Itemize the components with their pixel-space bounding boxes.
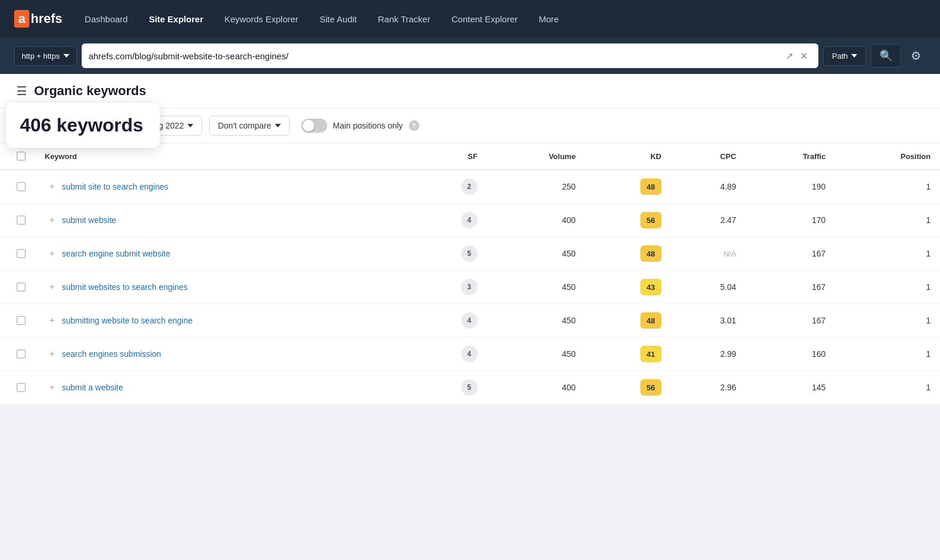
row-checkbox[interactable] bbox=[16, 215, 26, 225]
row-checkbox[interactable] bbox=[16, 383, 26, 392]
volume-value: 250 bbox=[562, 182, 576, 191]
table-row: + search engine submit website 5 450 48 … bbox=[0, 237, 940, 271]
search-icon: 🔍 bbox=[879, 50, 892, 62]
row-cpc-cell: 3.01 bbox=[671, 304, 746, 338]
col-sf[interactable]: SF bbox=[411, 143, 487, 170]
table-row: + submit a website 5 400 56 2.96 145 1 bbox=[0, 371, 940, 404]
row-checkbox[interactable] bbox=[16, 282, 26, 292]
row-checkbox-cell bbox=[0, 338, 35, 371]
position-value: 1 bbox=[926, 249, 931, 258]
nav-rank-tracker[interactable]: Rank Tracker bbox=[370, 9, 438, 29]
col-traffic[interactable]: Traffic bbox=[746, 143, 835, 170]
volume-value: 400 bbox=[562, 383, 576, 392]
nav-content-explorer[interactable]: Content Explorer bbox=[443, 9, 526, 29]
row-position-cell: 1 bbox=[835, 170, 940, 204]
nav-site-audit[interactable]: Site Audit bbox=[311, 9, 365, 29]
col-volume[interactable]: Volume bbox=[487, 143, 585, 170]
cpc-value: 4.89 bbox=[720, 182, 736, 191]
url-bar: http + https ↗ ✕ Path 🔍 ⚙ bbox=[0, 38, 940, 74]
row-traffic-cell: 160 bbox=[746, 338, 835, 371]
top-nav: a hrefs Dashboard Site Explorer Keywords… bbox=[0, 0, 940, 38]
row-position-cell: 1 bbox=[835, 271, 940, 304]
main-content: ☰ Organic keywords 406 keywords Aug 2022… bbox=[0, 74, 940, 404]
row-keyword-cell: + submit site to search engines bbox=[35, 170, 411, 204]
keyword-link[interactable]: submit websites to search engines bbox=[62, 282, 187, 292]
row-kd-cell: 48 bbox=[585, 237, 671, 271]
search-button[interactable]: 🔍 bbox=[871, 44, 901, 68]
logo[interactable]: a hrefs bbox=[14, 10, 62, 28]
add-keyword-icon[interactable]: + bbox=[45, 349, 59, 359]
protocol-dropdown[interactable]: http + https bbox=[14, 46, 77, 66]
select-all-checkbox[interactable] bbox=[16, 151, 26, 161]
traffic-value: 167 bbox=[812, 316, 825, 325]
keyword-link[interactable]: submit a website bbox=[62, 383, 123, 392]
row-checkbox[interactable] bbox=[16, 182, 26, 191]
col-position[interactable]: Position bbox=[835, 143, 940, 170]
table-row: + submit website 4 400 56 2.47 170 1 bbox=[0, 204, 940, 237]
table-row: + submit site to search engines 2 250 48… bbox=[0, 170, 940, 204]
position-value: 1 bbox=[926, 383, 931, 392]
table-row: + submitting website to search engine 4 … bbox=[0, 304, 940, 338]
keywords-table-wrap: Keyword SF Volume KD CPC Traffic Positio… bbox=[0, 143, 940, 404]
position-value: 1 bbox=[926, 349, 931, 359]
position-value: 1 bbox=[926, 182, 931, 191]
nav-site-explorer[interactable]: Site Explorer bbox=[140, 9, 212, 29]
row-cpc-cell: 2.99 bbox=[671, 338, 746, 371]
compare-dropdown[interactable]: Don't compare bbox=[209, 116, 290, 136]
row-traffic-cell: 167 bbox=[746, 271, 835, 304]
nav-dashboard[interactable]: Dashboard bbox=[76, 9, 136, 29]
cpc-value: 5.04 bbox=[720, 282, 736, 292]
row-checkbox[interactable] bbox=[16, 249, 26, 258]
main-positions-toggle[interactable] bbox=[301, 119, 327, 133]
row-volume-cell: 450 bbox=[487, 271, 585, 304]
kd-badge: 43 bbox=[640, 279, 662, 295]
nav-keywords-explorer[interactable]: Keywords Explorer bbox=[216, 9, 307, 29]
help-icon[interactable]: ? bbox=[409, 120, 419, 131]
row-position-cell: 1 bbox=[835, 304, 940, 338]
col-cpc[interactable]: CPC bbox=[671, 143, 746, 170]
kd-badge: 48 bbox=[640, 312, 662, 329]
col-kd[interactable]: KD bbox=[585, 143, 671, 170]
logo-hrefs-text: hrefs bbox=[31, 11, 62, 26]
add-keyword-icon[interactable]: + bbox=[45, 181, 59, 191]
row-position-cell: 1 bbox=[835, 237, 940, 271]
row-volume-cell: 450 bbox=[487, 338, 585, 371]
logo-a-letter: a bbox=[14, 10, 29, 28]
add-keyword-icon[interactable]: + bbox=[45, 315, 59, 325]
row-kd-cell: 48 bbox=[585, 304, 671, 338]
keyword-link[interactable]: submit site to search engines bbox=[62, 182, 168, 191]
volume-value: 450 bbox=[562, 282, 576, 292]
kd-badge: 41 bbox=[640, 346, 662, 362]
add-keyword-icon[interactable]: + bbox=[45, 382, 59, 392]
hamburger-icon[interactable]: ☰ bbox=[16, 84, 27, 98]
add-keyword-icon[interactable]: + bbox=[45, 215, 59, 225]
keyword-link[interactable]: submit website bbox=[62, 215, 116, 225]
add-keyword-icon[interactable]: + bbox=[45, 248, 59, 258]
settings-button[interactable]: ⚙ bbox=[906, 44, 926, 68]
cpc-na: N/A bbox=[723, 249, 736, 258]
traffic-value: 167 bbox=[812, 282, 825, 292]
nav-more[interactable]: More bbox=[531, 9, 567, 29]
keywords-table: Keyword SF Volume KD CPC Traffic Positio… bbox=[0, 143, 940, 404]
row-volume-cell: 450 bbox=[487, 237, 585, 271]
row-checkbox-cell bbox=[0, 204, 35, 237]
row-sf-cell: 5 bbox=[411, 237, 487, 271]
row-traffic-cell: 145 bbox=[746, 371, 835, 404]
path-button[interactable]: Path bbox=[823, 46, 866, 66]
row-volume-cell: 400 bbox=[487, 204, 585, 237]
add-keyword-icon[interactable]: + bbox=[45, 282, 59, 292]
row-keyword-cell: + submit websites to search engines bbox=[35, 271, 411, 304]
keyword-link[interactable]: search engines submission bbox=[62, 349, 161, 359]
position-value: 1 bbox=[926, 282, 931, 292]
row-checkbox[interactable] bbox=[16, 349, 26, 359]
row-cpc-cell: N/A bbox=[671, 237, 746, 271]
keyword-link[interactable]: search engine submit website bbox=[62, 249, 170, 258]
external-link-icon[interactable]: ↗ bbox=[782, 50, 797, 62]
url-input[interactable] bbox=[89, 51, 783, 61]
sf-badge: 4 bbox=[461, 346, 478, 362]
row-checkbox-cell bbox=[0, 304, 35, 338]
keyword-link[interactable]: submitting website to search engine bbox=[62, 316, 193, 325]
row-checkbox[interactable] bbox=[16, 316, 26, 325]
close-icon[interactable]: ✕ bbox=[797, 50, 811, 62]
kd-badge: 56 bbox=[640, 212, 662, 228]
